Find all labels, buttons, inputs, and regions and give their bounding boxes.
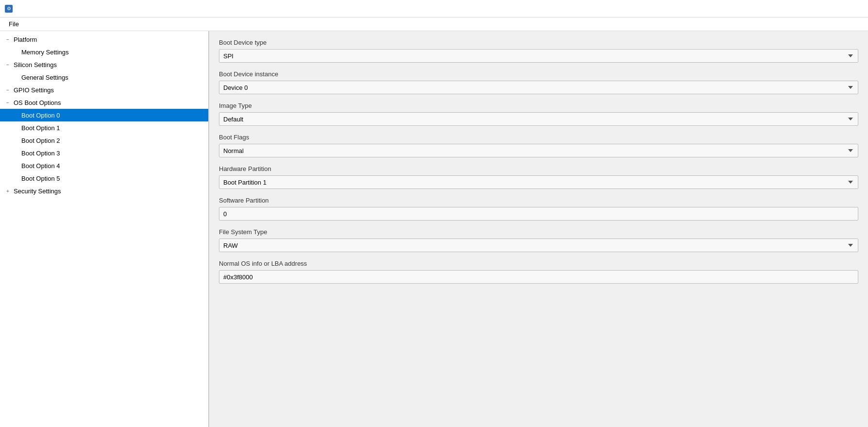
sidebar-item-label-security-settings: Security Settings — [14, 188, 61, 195]
title-bar: ⚙ — [0, 0, 868, 17]
field-label-boot-device-type: Boot Device type — [219, 39, 858, 46]
sidebar-item-boot-option-1[interactable]: Boot Option 1 — [0, 121, 208, 134]
field-group-file-system-type: File System TypeRAWFAT32EXT4NTFS — [219, 228, 858, 252]
sidebar-item-platform[interactable]: −Platform — [0, 33, 208, 46]
sidebar-item-label-gpio-settings: GPIO Settings — [14, 86, 54, 94]
main-panel: Boot Device typeSPIeMMCUFSUSBNVMEBoot De… — [209, 31, 868, 427]
field-group-boot-flags: Boot FlagsNormalSafe ModeRecoveryDebug — [219, 134, 858, 157]
sidebar-item-boot-option-4[interactable]: Boot Option 4 — [0, 159, 208, 172]
field-label-boot-flags: Boot Flags — [219, 134, 858, 141]
field-label-file-system-type: File System Type — [219, 228, 858, 236]
title-bar-controls — [792, 2, 863, 16]
field-input-software-partition[interactable] — [219, 207, 858, 221]
sidebar-item-label-memory-settings: Memory Settings — [21, 49, 69, 56]
field-group-software-partition: Software Partition — [219, 197, 858, 221]
minimize-button[interactable] — [792, 2, 815, 16]
field-label-hardware-partition: Hardware Partition — [219, 165, 858, 172]
field-select-hardware-partition[interactable]: Boot Partition 1Boot Partition 2User Are… — [219, 175, 858, 189]
sidebar-item-label-platform: Platform — [14, 36, 37, 43]
app-body: −PlatformMemory Settings−Silicon Setting… — [0, 31, 868, 427]
title-bar-left: ⚙ — [5, 5, 16, 13]
collapse-icon: − — [4, 99, 12, 106]
sidebar: −PlatformMemory Settings−Silicon Setting… — [0, 31, 209, 427]
sidebar-item-boot-option-3[interactable]: Boot Option 3 — [0, 147, 208, 159]
sidebar-item-label-os-boot-options: OS Boot Options — [14, 99, 61, 106]
field-group-boot-device-type: Boot Device typeSPIeMMCUFSUSBNVME — [219, 39, 858, 63]
sidebar-item-general-settings[interactable]: General Settings — [0, 71, 208, 84]
field-input-normal-os-info[interactable] — [219, 270, 858, 284]
field-group-hardware-partition: Hardware PartitionBoot Partition 1Boot P… — [219, 165, 858, 189]
sidebar-item-label-silicon-settings: Silicon Settings — [14, 61, 57, 68]
field-group-boot-device-instance: Boot Device instanceDevice 0Device 1Devi… — [219, 70, 858, 94]
sidebar-item-boot-option-5[interactable]: Boot Option 5 — [0, 172, 208, 185]
sidebar-item-label-boot-option-2: Boot Option 2 — [21, 137, 60, 144]
field-label-software-partition: Software Partition — [219, 197, 858, 204]
field-select-image-type[interactable]: DefaultLinuxUEFICustom — [219, 112, 858, 126]
field-label-image-type: Image Type — [219, 102, 858, 109]
collapse-icon: − — [4, 86, 12, 94]
sidebar-item-label-boot-option-3: Boot Option 3 — [21, 150, 60, 157]
sidebar-item-label-general-settings: General Settings — [21, 74, 68, 81]
sidebar-item-os-boot-options[interactable]: −OS Boot Options — [0, 96, 208, 109]
sidebar-item-boot-option-2[interactable]: Boot Option 2 — [0, 134, 208, 147]
menu-bar: File — [0, 17, 868, 31]
field-select-boot-device-instance[interactable]: Device 0Device 1Device 2 — [219, 81, 858, 94]
expand-icon: + — [4, 187, 12, 195]
field-select-file-system-type[interactable]: RAWFAT32EXT4NTFS — [219, 239, 858, 252]
sidebar-item-silicon-settings[interactable]: −Silicon Settings — [0, 58, 208, 71]
field-group-image-type: Image TypeDefaultLinuxUEFICustom — [219, 102, 858, 126]
field-select-boot-flags[interactable]: NormalSafe ModeRecoveryDebug — [219, 144, 858, 157]
sidebar-item-gpio-settings[interactable]: −GPIO Settings — [0, 84, 208, 96]
sidebar-content: −PlatformMemory Settings−Silicon Setting… — [0, 31, 208, 199]
collapse-icon: − — [4, 61, 12, 68]
field-select-boot-device-type[interactable]: SPIeMMCUFSUSBNVME — [219, 49, 858, 63]
field-label-normal-os-info: Normal OS info or LBA address — [219, 260, 858, 267]
app-icon: ⚙ — [5, 5, 13, 13]
sidebar-item-security-settings[interactable]: +Security Settings — [0, 185, 208, 197]
sidebar-item-label-boot-option-0: Boot Option 0 — [21, 112, 60, 119]
close-button[interactable] — [841, 2, 863, 16]
menu-file[interactable]: File — [4, 18, 24, 30]
field-label-boot-device-instance: Boot Device instance — [219, 70, 858, 78]
sidebar-item-label-boot-option-1: Boot Option 1 — [21, 124, 60, 132]
sidebar-item-label-boot-option-4: Boot Option 4 — [21, 162, 60, 170]
maximize-button[interactable] — [817, 2, 839, 16]
collapse-icon: − — [4, 35, 12, 43]
sidebar-item-boot-option-0[interactable]: Boot Option 0 — [0, 109, 208, 121]
field-group-normal-os-info: Normal OS info or LBA address — [219, 260, 858, 284]
sidebar-item-label-boot-option-5: Boot Option 5 — [21, 175, 60, 182]
sidebar-item-memory-settings[interactable]: Memory Settings — [0, 46, 208, 58]
